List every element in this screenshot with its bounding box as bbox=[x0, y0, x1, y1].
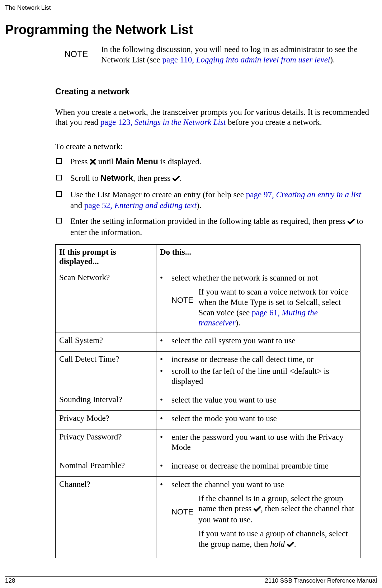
list-item: increase or decrease the nominal preambl… bbox=[160, 461, 357, 471]
heading-2: Creating a network bbox=[55, 87, 370, 97]
action-cell: select the channel you want to use NOTE … bbox=[156, 476, 360, 558]
action-cell: enter the password you want to use with … bbox=[156, 429, 360, 458]
inner-note: NOTE If the channel is in a group, selec… bbox=[171, 494, 357, 554]
note-label: NOTE bbox=[65, 44, 88, 59]
table-row: Nominal Preamble? increase or decrease t… bbox=[56, 458, 360, 477]
text: ). bbox=[330, 55, 335, 64]
list-item: increase or decrease the call detect tim… bbox=[160, 354, 357, 365]
settings-table: If this prompt is displayed... Do this..… bbox=[55, 244, 360, 558]
bullet-list: select the mode you want to use bbox=[160, 414, 357, 424]
step-1: Press until Main Menu is displayed. bbox=[55, 156, 370, 168]
text: until bbox=[96, 157, 115, 166]
list-item: select the channel you want to use bbox=[160, 480, 357, 490]
text: Press bbox=[70, 157, 90, 166]
link-page-123[interactable]: page 123, bbox=[100, 118, 135, 127]
text: ). bbox=[236, 318, 240, 327]
note-label: NOTE bbox=[171, 494, 193, 517]
text: , then press bbox=[133, 174, 173, 183]
col-header-prompt: If this prompt is displayed... bbox=[56, 245, 156, 270]
bullet-list: increase or decrease the nominal preambl… bbox=[160, 461, 357, 471]
prompt-cell: Channel? bbox=[56, 476, 156, 558]
table-row: Call System? select the call system you … bbox=[56, 333, 360, 352]
bullet-list: select whether the network is scanned or… bbox=[160, 273, 357, 283]
main-menu-label: Main Menu bbox=[115, 157, 158, 166]
running-head: The Network List bbox=[5, 4, 51, 11]
link-page-110[interactable]: page 110, bbox=[162, 55, 196, 64]
note-body: If you want to scan a voice network for … bbox=[198, 287, 357, 328]
prompt-cell: Nominal Preamble? bbox=[56, 458, 156, 477]
check-icon bbox=[287, 540, 294, 550]
note-body: If the channel is in a group, select the… bbox=[198, 494, 357, 554]
list-item: select whether the network is scanned or… bbox=[160, 273, 357, 283]
table-row: Sounding Interval? select the value you … bbox=[56, 392, 360, 411]
text: Enter the setting information provided i… bbox=[70, 217, 348, 226]
action-cell: increase or decrease the nominal preambl… bbox=[156, 458, 360, 477]
prompt-cell: Scan Network? bbox=[56, 270, 156, 333]
text: . bbox=[294, 540, 296, 549]
text: before you create a network. bbox=[226, 118, 322, 127]
step-2: Scroll to Network, then press . bbox=[55, 173, 370, 184]
content-area: NOTE In the following discussion, you wi… bbox=[65, 44, 370, 558]
bullet-list: select the call system you want to use bbox=[160, 336, 357, 346]
table-row: Call Detect Time? increase or decrease t… bbox=[56, 351, 360, 392]
action-cell: increase or decrease the call detect tim… bbox=[156, 351, 360, 392]
prompt-cell: Call Detect Time? bbox=[56, 351, 156, 392]
check-icon bbox=[254, 504, 261, 515]
link-page-97-title[interactable]: Creating an entry in a list bbox=[276, 190, 361, 199]
link-page-110-title[interactable]: Logging into admin level from user level bbox=[196, 55, 330, 64]
text: and bbox=[70, 201, 84, 210]
bullet-list: select the value you want to use bbox=[160, 395, 357, 405]
text: Use the List Manager to create an entry … bbox=[70, 190, 246, 199]
text: Scroll to bbox=[70, 174, 100, 183]
page-number: 128 bbox=[5, 577, 15, 584]
prompt-cell: Sounding Interval? bbox=[56, 392, 156, 411]
text: is displayed. bbox=[158, 157, 202, 166]
rule-bottom bbox=[5, 576, 377, 577]
note-admin-login: NOTE In the following discussion, you wi… bbox=[65, 44, 370, 65]
rule-top bbox=[5, 13, 377, 13]
link-page-123-title[interactable]: Settings in the Network List bbox=[135, 118, 226, 127]
action-cell: select the call system you want to use bbox=[156, 333, 360, 352]
check-icon bbox=[173, 174, 180, 184]
action-cell: select the value you want to use bbox=[156, 392, 360, 411]
text: . bbox=[180, 174, 182, 183]
note-para-2: If you want to use a group of channels, … bbox=[198, 529, 357, 550]
bullet-list: select the channel you want to use bbox=[160, 480, 357, 490]
step-3: Use the List Manager to create an entry … bbox=[55, 189, 370, 211]
note-body: In the following discussion, you will ne… bbox=[101, 44, 370, 65]
link-page-61[interactable]: page 61, bbox=[252, 308, 282, 317]
list-item: select the call system you want to use bbox=[160, 336, 357, 346]
col-header-action: Do this... bbox=[156, 245, 360, 270]
heading-1: Programming the Network List bbox=[5, 22, 193, 37]
page: The Network List Programming the Network… bbox=[0, 0, 382, 588]
steps-intro: To create a network: bbox=[55, 142, 370, 151]
intro-paragraph: When you create a network, the transceiv… bbox=[55, 107, 370, 128]
table-row: Privacy Mode? select the mode you want t… bbox=[56, 410, 360, 429]
check-icon bbox=[348, 217, 355, 227]
network-label: Network bbox=[100, 173, 133, 183]
bullet-list: enter the password you want to use with … bbox=[160, 432, 357, 453]
steps-list: Press until Main Menu is displayed. Scro… bbox=[65, 156, 370, 238]
x-icon bbox=[90, 157, 96, 168]
link-page-97[interactable]: page 97, bbox=[246, 190, 276, 199]
list-item: enter the password you want to use with … bbox=[160, 432, 357, 453]
link-page-52[interactable]: page 52, bbox=[84, 201, 114, 210]
prompt-cell: Call System? bbox=[56, 333, 156, 352]
list-item: scroll to the far left of the line until… bbox=[160, 366, 357, 387]
document-title-footer: 2110 SSB Transceiver Reference Manual bbox=[265, 577, 377, 584]
note-para-1: If the channel is in a group, select the… bbox=[198, 494, 357, 525]
table-row: Channel? select the channel you want to … bbox=[56, 476, 360, 558]
action-cell: select the mode you want to use bbox=[156, 410, 360, 429]
link-page-52-title[interactable]: Entering and editing text bbox=[114, 201, 197, 210]
text: ). bbox=[197, 201, 201, 210]
table-row: Scan Network? select whether the network… bbox=[56, 270, 360, 333]
prompt-cell: Privacy Mode? bbox=[56, 410, 156, 429]
step-4: Enter the setting information provided i… bbox=[55, 216, 370, 238]
list-item: select the mode you want to use bbox=[160, 414, 357, 424]
note-label: NOTE bbox=[171, 287, 193, 305]
table-row: Privacy Password? enter the password you… bbox=[56, 429, 360, 458]
hold-text: hold bbox=[270, 540, 285, 549]
table-header-row: If this prompt is displayed... Do this..… bbox=[56, 245, 360, 270]
inner-note: NOTE If you want to scan a voice network… bbox=[171, 287, 357, 328]
prompt-cell: Privacy Password? bbox=[56, 429, 156, 458]
